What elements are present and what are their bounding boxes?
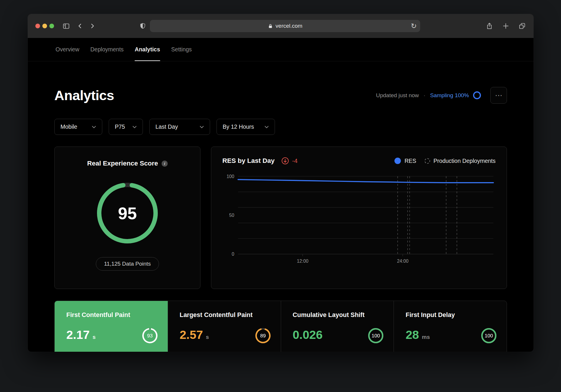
sampling-indicator-icon <box>473 91 481 99</box>
device-dropdown-value: Mobile <box>60 123 77 130</box>
metric-value: 28 <box>406 328 419 342</box>
lock-icon <box>268 23 273 29</box>
dot-separator: · <box>424 92 425 99</box>
tab-overview-icon[interactable] <box>518 22 526 30</box>
site-navbar: Overview Deployments Analytics Settings <box>28 38 534 61</box>
url-text: vercel.com <box>276 23 302 29</box>
svg-text:95: 95 <box>118 204 137 223</box>
metric-card-largest-contentful-paint[interactable]: Largest Contentful Paint 2.57 s 89 <box>168 301 281 352</box>
sidebar-toggle-icon[interactable] <box>62 22 70 30</box>
res-card-title: Real Experience Score <box>87 160 158 167</box>
score-ring-icon: 89 <box>255 328 271 344</box>
data-points-badge: 11,125 Data Points <box>96 257 159 271</box>
page-header: Analytics Updated just now · Sampling 10… <box>54 87 507 104</box>
chevron-down-icon <box>264 126 269 128</box>
chart-header: RES by Last Day -4 RES <box>222 157 496 165</box>
res-line-chart: 05010012:0024:00 <box>222 173 496 264</box>
device-dropdown[interactable]: Mobile <box>54 119 102 135</box>
svg-text:12:00: 12:00 <box>297 259 309 264</box>
metric-value: 2.57 <box>180 328 203 342</box>
tab-analytics[interactable]: Analytics <box>135 38 160 61</box>
metric-value: 0.026 <box>293 328 323 342</box>
res-series-dot-icon <box>394 158 401 164</box>
zoom-window-button[interactable] <box>49 24 54 28</box>
chrome-right-icons <box>486 22 526 30</box>
metric-unit: s <box>93 334 96 340</box>
score-ring-icon: 100 <box>481 328 497 344</box>
percentile-dropdown[interactable]: P75 <box>109 119 143 135</box>
tab-overview[interactable]: Overview <box>56 38 79 61</box>
percentile-dropdown-value: P75 <box>115 123 125 130</box>
metric-unit: ms <box>422 334 430 340</box>
chevron-down-icon <box>200 126 204 128</box>
page-title: Analytics <box>54 87 114 103</box>
updated-status: Updated just now <box>376 92 419 99</box>
metric-card-cumulative-layout-shift[interactable]: Cumulative Layout Shift 0.026 100 <box>281 301 394 352</box>
tab-settings[interactable]: Settings <box>171 38 192 61</box>
minimize-window-button[interactable] <box>42 24 47 28</box>
chevron-down-icon <box>92 126 96 128</box>
privacy-shield-icon[interactable] <box>139 22 146 30</box>
metric-value: 2.17 <box>66 328 90 342</box>
info-icon[interactable]: i <box>162 161 168 167</box>
real-experience-score-card: Real Experience Score i 95 11,125 Data P… <box>54 147 200 289</box>
trend-down-icon <box>281 157 289 165</box>
svg-text:89: 89 <box>260 333 266 339</box>
more-options-button[interactable]: ⋯ <box>490 87 507 104</box>
svg-text:24:00: 24:00 <box>397 259 409 264</box>
svg-text:0: 0 <box>232 252 234 257</box>
svg-text:50: 50 <box>229 213 234 218</box>
res-chart-card: RES by Last Day -4 RES <box>211 147 507 289</box>
chart-legend: RES Production Deployments <box>394 158 496 164</box>
reload-icon[interactable]: ↻ <box>411 20 417 32</box>
metric-card-first-input-delay[interactable]: First Input Delay 28 ms 100 <box>394 301 507 352</box>
web-vitals-row: First Contentful Paint 2.17 s 93 Largest… <box>54 301 507 352</box>
sampling-link[interactable]: Sampling 100% <box>430 92 469 99</box>
svg-text:100: 100 <box>485 333 493 339</box>
share-icon[interactable] <box>486 22 493 30</box>
svg-text:93: 93 <box>147 333 153 339</box>
forward-icon[interactable] <box>89 22 96 29</box>
res-score-gauge: 95 <box>97 182 158 244</box>
score-ring-icon: 93 <box>142 328 158 344</box>
chevron-down-icon <box>132 126 137 128</box>
traffic-lights <box>35 24 54 28</box>
analytics-page: Analytics Updated just now · Sampling 10… <box>28 87 534 352</box>
score-ring-icon: 100 <box>368 328 384 344</box>
deployments-dashed-circle-icon <box>425 158 430 164</box>
back-icon[interactable] <box>77 22 84 29</box>
grouping-dropdown-value: By 12 Hours <box>223 123 254 130</box>
res-delta-value: -4 <box>292 157 298 164</box>
svg-text:100: 100 <box>227 174 234 179</box>
browser-chrome: vercel.com ↻ <box>28 14 534 38</box>
grouping-dropdown[interactable]: By 12 Hours <box>217 119 275 135</box>
cards-row: Real Experience Score i 95 11,125 Data P… <box>54 147 507 289</box>
tab-deployments[interactable]: Deployments <box>90 38 124 61</box>
metric-unit: s <box>206 334 209 340</box>
legend-item-deployments[interactable]: Production Deployments <box>425 158 496 164</box>
address-bar[interactable]: vercel.com ↻ <box>150 20 420 32</box>
close-window-button[interactable] <box>35 24 40 28</box>
time-range-dropdown[interactable]: Last Day <box>149 119 210 135</box>
legend-item-res[interactable]: RES <box>394 158 416 164</box>
header-status: Updated just now · Sampling 100% ⋯ <box>376 87 507 104</box>
metric-card-first-contentful-paint[interactable]: First Contentful Paint 2.17 s 93 <box>55 301 168 352</box>
svg-text:100: 100 <box>372 333 380 339</box>
filters-row: Mobile P75 Last Day By 12 Hours <box>54 119 507 135</box>
new-tab-icon[interactable] <box>502 22 510 30</box>
browser-window: vercel.com ↻ <box>28 14 534 352</box>
chart-title: RES by Last Day <box>222 157 275 165</box>
time-range-dropdown-value: Last Day <box>155 123 178 130</box>
